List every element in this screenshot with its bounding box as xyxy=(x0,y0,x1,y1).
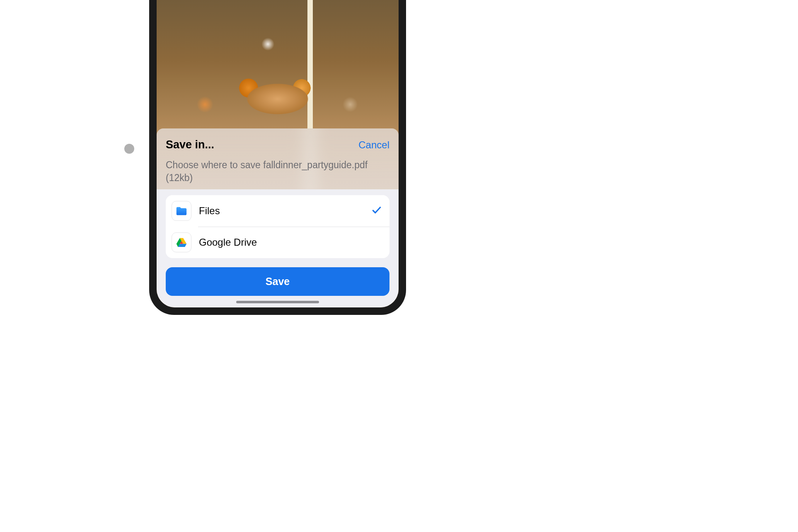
checkmark-icon xyxy=(371,205,382,217)
save-option-files[interactable]: Files xyxy=(166,195,389,227)
device-screen: 23 Save in... Cancel Choose where to sav… xyxy=(157,0,399,307)
files-folder-icon xyxy=(172,201,191,221)
save-option-label: Files xyxy=(199,205,364,217)
device-frame: 23 Save in... Cancel Choose where to sav… xyxy=(149,0,406,315)
sheet-header: Save in... Cancel xyxy=(166,138,389,151)
mockup-side-dot xyxy=(124,144,134,154)
save-in-sheet: Save in... Cancel Choose where to save f… xyxy=(157,128,399,307)
cancel-button[interactable]: Cancel xyxy=(358,139,389,151)
sheet-subtitle: Choose where to save falldinner_partygui… xyxy=(166,159,389,184)
save-option-google-drive[interactable]: Google Drive xyxy=(166,227,389,258)
save-location-card: Files xyxy=(166,195,389,258)
save-button[interactable]: Save xyxy=(166,267,389,296)
google-drive-icon xyxy=(172,232,191,252)
sheet-title: Save in... xyxy=(166,138,214,151)
home-indicator xyxy=(236,301,319,303)
save-option-label: Google Drive xyxy=(199,237,382,248)
